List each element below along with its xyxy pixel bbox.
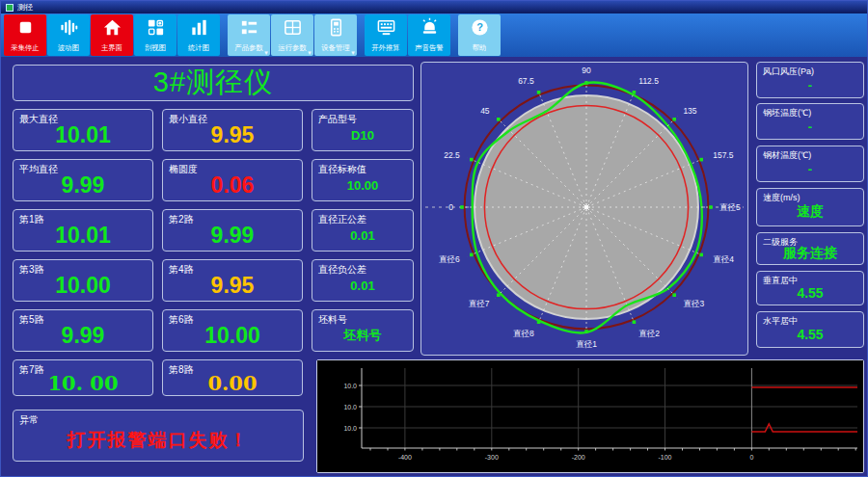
svg-text:-100: -100 (658, 454, 671, 461)
gauge-title: 3#测径仪 (14, 66, 413, 100)
section-view-button[interactable]: 剖视图 (134, 14, 176, 56)
status-panel-secondary-service: 二级服务 服务连接 (756, 232, 864, 265)
window-title: 测径 (17, 4, 33, 12)
svg-text:112.5: 112.5 (638, 76, 659, 86)
sound-alarm-button[interactable]: 声音告警 (408, 14, 450, 56)
cell-value: 10.00 (314, 172, 411, 199)
cell-max-diameter: 最大直径 10.01 (13, 109, 153, 151)
status-panel-billet-temperature: 钢坯温度(℃) - (756, 103, 864, 140)
toolbar-button-label: 开外推算 (371, 42, 399, 52)
svg-text:10.0: 10.0 (343, 404, 357, 411)
svg-text:90: 90 (582, 66, 591, 75)
cell-value: D10 (314, 121, 411, 148)
status-panel-outlet-air-pressure: 风口风压(Pa) - (756, 62, 864, 98)
svg-text:157.5: 157.5 (713, 150, 734, 160)
stop-acquisition-button[interactable]: 采集停止 (4, 14, 46, 56)
product-params-icon (239, 17, 259, 38)
cell-value: 9.99 (15, 172, 150, 199)
svg-text:-400: -400 (398, 454, 412, 461)
cell-path-4: 第4路 9.95 (162, 259, 303, 302)
chevron-down-icon: ▼ (307, 50, 312, 56)
cross-section-chart: 022.54567.590112.5135157.5直径5直径4直径3直径2直径… (421, 63, 747, 355)
run-params-icon (283, 17, 303, 38)
toolbar-button-label: 波动图 (58, 42, 79, 52)
extrapolation-button[interactable]: 开外推算 (365, 14, 407, 56)
svg-text:-200: -200 (572, 454, 585, 461)
status-value: - (759, 116, 861, 137)
status-panel-vertical-centering: 垂直居中 4.55 (756, 271, 864, 305)
toolbar-button-label: 设备管理 (321, 42, 349, 52)
status-value: 4.55 (759, 324, 861, 345)
svg-text:135: 135 (683, 106, 696, 116)
cell-minus-tolerance: 直径负公差 0.01 (312, 259, 414, 302)
svg-text:直径7: 直径7 (469, 299, 490, 308)
status-panel-steel-temperature: 钢材温度(℃) - (756, 146, 864, 182)
statistics-chart-button[interactable]: 统计图 (177, 14, 220, 56)
cell-value: 10.00 (15, 272, 150, 299)
svg-text:直径2: 直径2 (638, 329, 660, 338)
barchart-icon (189, 17, 209, 38)
cell-value: 0.01 (314, 222, 411, 249)
alarm-message: 打开报警端口失败！ (15, 422, 301, 459)
help-button[interactable]: ?帮助 (458, 14, 501, 56)
toolbar: 采集停止波动图主界面剖视图统计图产品参数▼运行参数▼设备管理▼开外推算声音告警?… (1, 13, 867, 57)
svg-text:45: 45 (480, 106, 490, 116)
svg-text:直径4: 直径4 (713, 254, 734, 264)
cell-path-5: 第5路 9.99 (13, 309, 153, 352)
svg-text:22.5: 22.5 (444, 150, 460, 160)
cell-value: 9.95 (165, 272, 300, 299)
status-value: - (759, 74, 861, 95)
trend-chart: 10.010.010.0-400-300-200-1000 (317, 360, 863, 472)
help-icon: ? (470, 17, 490, 38)
status-value: 4.55 (759, 283, 861, 303)
cell-nominal-diameter: 直径标称值 10.00 (312, 159, 414, 201)
cell-ovality: 椭圆度 0.06 (162, 159, 303, 201)
cell-path-7: 第7路 10. 00 (13, 359, 153, 396)
chevron-down-icon: ▼ (350, 50, 356, 56)
toolbar-button-label: 声音告警 (415, 42, 443, 52)
cell-path-3: 第3路 10.00 (13, 259, 153, 302)
toolbar-button-label: 剖视图 (145, 42, 166, 52)
toolbar-button-label: 采集停止 (11, 42, 39, 52)
main-view-button[interactable]: 主界面 (91, 14, 133, 56)
cell-plus-tolerance: 直径正公差 0.01 (312, 209, 414, 252)
cell-value: 9.95 (165, 121, 300, 148)
svg-text:直径1: 直径1 (576, 339, 597, 349)
cell-value: 9.99 (15, 322, 150, 349)
cell-value: 坯料号 (314, 322, 411, 349)
cell-value: 10.00 (165, 322, 300, 349)
device-manage-icon (326, 17, 346, 38)
status-value: 服务连接 (759, 245, 861, 262)
product-params-button[interactable]: 产品参数▼ (228, 14, 270, 56)
svg-text:10.0: 10.0 (343, 383, 357, 389)
svg-text:10.0: 10.0 (343, 425, 357, 432)
toolbar-button-label: 运行参数 (278, 42, 306, 52)
status-value: 速度 (759, 200, 861, 224)
svg-text:?: ? (476, 21, 483, 33)
run-params-button[interactable]: 运行参数▼ (271, 14, 313, 56)
status-value: - (759, 158, 861, 179)
wave-icon (59, 17, 79, 38)
cell-path-8: 第8路 0.00 (162, 359, 303, 396)
app-window: { "window": { "title": "测径" }, "toolbar"… (0, 0, 868, 477)
home-icon (102, 17, 122, 38)
trend-chart-panel: 10.010.010.0-400-300-200-1000 (316, 359, 864, 473)
toolbar-button-label: 产品参数 (234, 42, 262, 52)
cell-value: 10.01 (15, 222, 150, 249)
main-area: 3#测径仪 最大直径 10.01最小直径 9.95产品型号 D10平均直径 9.… (1, 57, 867, 476)
alarm-panel: 异常 打开报警端口失败！ (13, 410, 304, 462)
cell-billet-number: 坯料号 坯料号 (312, 309, 414, 352)
svg-text:67.5: 67.5 (518, 76, 534, 86)
cell-avg-diameter: 平均直径 9.99 (13, 159, 153, 201)
device-manage-button[interactable]: 设备管理▼ (314, 14, 357, 56)
cell-value: 9.99 (165, 222, 300, 249)
toolbar-button-label: 帮助 (473, 42, 487, 52)
stop-icon (15, 17, 36, 38)
wave-chart-button[interactable]: 波动图 (47, 14, 90, 56)
window-titlebar: 测径 (1, 1, 867, 13)
cross-section-panel: 022.54567.590112.5135157.5直径5直径4直径3直径2直径… (420, 62, 748, 356)
svg-text:直径8: 直径8 (513, 329, 534, 338)
svg-text:直径3: 直径3 (683, 299, 704, 308)
cell-path-1: 第1路 10.01 (13, 209, 153, 252)
svg-text:直径5: 直径5 (719, 202, 741, 212)
